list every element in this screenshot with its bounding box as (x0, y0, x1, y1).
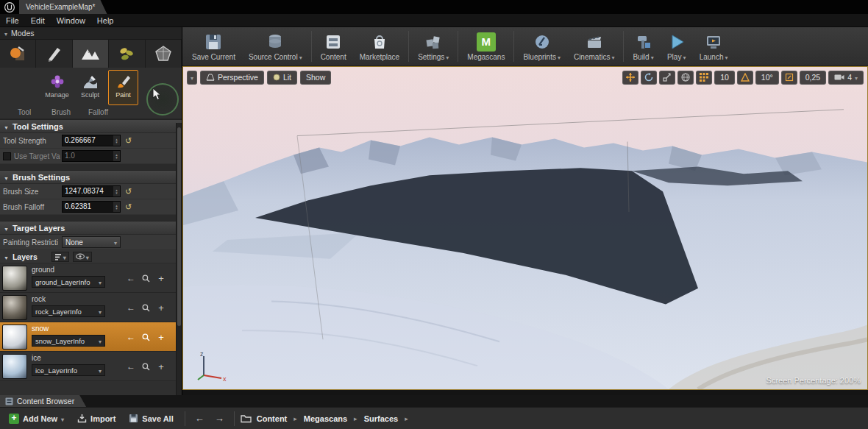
play-button[interactable]: Play (661, 27, 693, 65)
save-current-button[interactable]: Save Current (185, 27, 242, 65)
marketplace-button[interactable]: Marketplace (353, 27, 406, 65)
tool-strength-reset-icon[interactable] (125, 136, 132, 146)
ice-find-icon[interactable] (140, 361, 152, 372)
ground-assign-icon[interactable] (125, 272, 137, 284)
ground-add-icon[interactable] (155, 272, 167, 284)
menu-edit[interactable]: Edit (25, 14, 51, 27)
brush-settings-header[interactable]: Brush Settings (0, 170, 182, 184)
navigate-forward-button[interactable] (211, 413, 228, 424)
translate-gizmo-button[interactable] (622, 71, 638, 85)
viewport-options-button[interactable] (187, 71, 197, 85)
scale-snap-value-button[interactable]: 0,25 (800, 71, 826, 85)
cinematics-button[interactable]: Cinematics (567, 27, 621, 65)
breadcrumb-separator (352, 415, 359, 422)
snow-layerinfo-dropdown[interactable]: snow_LayerInfo (32, 335, 105, 347)
layer-row-ice[interactable]: ice ice_LayerInfo (0, 352, 182, 381)
settings-button[interactable]: Settings (411, 27, 455, 65)
perspective-button[interactable]: Perspective (200, 71, 264, 85)
megascans-button[interactable]: M Megascans (460, 27, 511, 65)
content-button[interactable]: Content (314, 27, 353, 65)
use-target-checkbox[interactable] (3, 152, 11, 160)
brush-size-input[interactable]: 1247.08374 (62, 185, 121, 197)
menu-window[interactable]: Window (51, 14, 91, 27)
rotation-snap-toggle-button[interactable] (737, 71, 753, 85)
launch-icon (704, 32, 723, 52)
launch-button[interactable]: Launch (693, 27, 735, 65)
rotate-gizmo-button[interactable] (641, 71, 657, 85)
lit-button[interactable]: Lit (267, 71, 297, 85)
mode-tab-paint-meshes[interactable] (36, 40, 72, 68)
import-button[interactable]: Import (72, 410, 121, 428)
ice-layerinfo-dropdown[interactable]: ice_LayerInfo (32, 364, 105, 376)
grid-snap-toggle-button[interactable] (696, 71, 712, 85)
menu-help[interactable]: Help (91, 14, 120, 27)
layer-visibility-dropdown[interactable] (73, 252, 92, 262)
viewport[interactable]: Perspective Lit Show 10 10° 0,25 4 (182, 66, 868, 390)
target-layers-header[interactable]: Target Layers (0, 221, 182, 235)
tool-strength-input[interactable]: 0.266667 (62, 135, 121, 146)
brush-size-spinner[interactable] (113, 186, 120, 196)
blueprints-button[interactable]: Blueprints (516, 27, 566, 65)
paint-submode-button[interactable]: Paint (108, 70, 138, 105)
rock-layerinfo-dropdown[interactable]: rock_LayerInfo (32, 305, 105, 317)
use-target-input[interactable]: 1.0 (62, 150, 121, 162)
modes-panel-header[interactable]: Modes (0, 27, 182, 40)
scrollbar-thumb[interactable] (177, 127, 181, 326)
save-all-button[interactable]: Save All (124, 410, 178, 428)
use-target-spinner[interactable] (113, 151, 120, 161)
tool-settings-header[interactable]: Tool Settings (0, 119, 182, 133)
falloff-selector-label[interactable]: Falloff (88, 108, 108, 116)
mode-tab-landscape[interactable] (73, 40, 109, 68)
rock-assign-icon[interactable] (125, 302, 137, 313)
tool-selector-label[interactable]: Tool (18, 108, 31, 116)
play-icon (667, 32, 686, 52)
menu-file[interactable]: File (0, 14, 25, 27)
brush-selector-label[interactable]: Brush (51, 108, 71, 116)
ice-add-icon[interactable] (155, 361, 167, 372)
landscape-scene[interactable] (183, 67, 867, 389)
add-new-button[interactable]: Add New (4, 410, 69, 428)
brush-falloff-spinner[interactable] (113, 202, 120, 212)
layer-row-ground[interactable]: ground ground_LayerInfo (0, 263, 182, 293)
camera-speed-button[interactable]: 4 (828, 71, 864, 85)
mode-tab-foliage[interactable] (109, 40, 145, 68)
painting-restriction-dropdown[interactable]: None (62, 236, 121, 248)
world-local-toggle-button[interactable] (677, 71, 694, 85)
brush-falloff-reset-icon[interactable] (125, 202, 132, 212)
navigate-back-button[interactable] (191, 413, 208, 424)
modes-panel-scrollbar[interactable] (176, 123, 182, 395)
breadcrumb-surfaces[interactable]: Surfaces (362, 414, 400, 423)
scale-gizmo-button[interactable] (659, 71, 675, 85)
rock-find-icon[interactable] (140, 302, 152, 313)
manage-submode-button[interactable]: Manage (42, 70, 72, 105)
mode-tab-geometry[interactable] (146, 40, 182, 68)
build-button[interactable]: Build (626, 27, 660, 65)
toolbar-separator (234, 411, 235, 426)
use-target-label: Use Target Va (14, 152, 62, 160)
breadcrumb-content[interactable]: Content (255, 414, 290, 423)
layer-sort-dropdown[interactable] (51, 252, 69, 262)
grid-snap-value-button[interactable]: 10 (714, 71, 735, 85)
snow-add-icon[interactable] (155, 331, 167, 343)
show-button[interactable]: Show (300, 71, 331, 85)
snow-find-icon[interactable] (140, 331, 152, 343)
ice-assign-icon[interactable] (125, 361, 137, 372)
breadcrumb-megascans[interactable]: Megascans (302, 414, 349, 423)
layer-row-rock[interactable]: rock rock_LayerInfo (0, 293, 182, 322)
ground-layerinfo-dropdown[interactable]: ground_LayerInfo (32, 276, 105, 288)
source-control-button[interactable]: Source Control (242, 27, 309, 65)
layer-row-snow-selected[interactable]: snow snow_LayerInfo (0, 322, 182, 352)
ground-find-icon[interactable] (140, 272, 152, 284)
rotation-snap-value-button[interactable]: 10° (755, 71, 779, 85)
content-browser-tab-row: Content Browser (0, 395, 868, 407)
mode-tab-place[interactable] (0, 40, 36, 68)
map-tab[interactable]: VehicleExampleMap* (19, 0, 107, 14)
rock-add-icon[interactable] (155, 302, 167, 313)
scale-snap-toggle-button[interactable] (781, 71, 797, 85)
tool-strength-spinner[interactable] (113, 135, 120, 146)
brush-size-reset-icon[interactable] (125, 187, 132, 196)
snow-assign-icon[interactable] (125, 331, 137, 343)
content-browser-tab[interactable]: Content Browser (0, 395, 86, 407)
sculpt-submode-button[interactable]: Sculpt (75, 70, 105, 105)
brush-falloff-input[interactable]: 0.62381 (62, 201, 121, 213)
